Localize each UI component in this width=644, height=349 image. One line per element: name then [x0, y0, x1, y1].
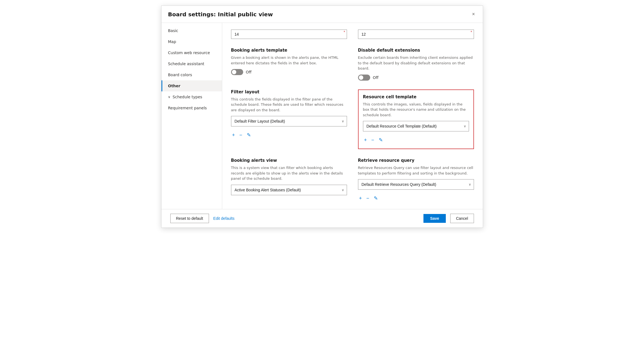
edit-defaults-button[interactable]: Edit defaults	[213, 216, 235, 221]
booking-alerts-view-select-wrapper: Active Booking Alert Statuses (Default) …	[231, 185, 347, 195]
left-required-mark: *	[344, 30, 345, 34]
retrieve-resource-remove-button[interactable]: −	[365, 194, 370, 202]
booking-alerts-view-desc: This is a system view that can filter wh…	[231, 165, 347, 181]
sidebar: Basic Map Custom web resource Schedule a…	[161, 23, 222, 209]
retrieve-resource-query-select[interactable]: Default Retrieve Resources Query (Defaul…	[358, 179, 474, 190]
filter-layout-title: Filter layout	[231, 89, 347, 94]
left-number-input[interactable]	[231, 30, 347, 39]
resource-cell-template-section: Resource cell template This controls the…	[358, 89, 474, 149]
booking-alerts-view-section: Booking alerts view This is a system vie…	[231, 158, 347, 202]
booking-alerts-template-desc: Given a booking alert is shown in the al…	[231, 55, 347, 66]
disable-default-extensions-section: Disable default extensions Exclude certa…	[358, 48, 474, 81]
dialog-title: Board settings: Initial public view	[168, 11, 273, 18]
dialog-header: Board settings: Initial public view ×	[161, 6, 483, 23]
filter-layout-remove-button[interactable]: −	[238, 131, 243, 139]
resource-cell-template-select-wrapper: Default Resource Cell Template (Default)…	[363, 121, 469, 131]
dialog-footer: Reset to default Edit defaults Save Canc…	[161, 209, 483, 228]
booking-alerts-toggle-row: Off	[231, 69, 347, 75]
sidebar-item-other[interactable]: Other	[161, 80, 222, 91]
filter-layout-actions: + − ✎	[231, 131, 347, 139]
right-input-wrapper: *	[358, 30, 474, 39]
filter-layout-add-button[interactable]: +	[231, 131, 236, 139]
disable-default-extensions-title: Disable default extensions	[358, 48, 474, 53]
booking-alerts-toggle-label: Off	[246, 70, 252, 74]
resource-cell-remove-button[interactable]: −	[370, 136, 375, 144]
retrieve-resource-edit-button[interactable]: ✎	[373, 194, 379, 202]
sidebar-item-map[interactable]: Map	[161, 36, 222, 47]
disable-default-extensions-desc: Exclude certain boards from inheriting c…	[358, 55, 474, 71]
right-required-mark: *	[471, 30, 472, 34]
booking-alerts-template-title: Booking alerts template	[231, 48, 347, 53]
left-input-wrapper: *	[231, 30, 347, 39]
reset-to-default-button[interactable]: Reset to default	[170, 214, 209, 223]
filter-layout-section: Filter layout This controls the fields d…	[231, 89, 347, 149]
retrieve-resource-query-select-wrapper: Default Retrieve Resources Query (Defaul…	[358, 179, 474, 190]
chevron-icon: ∨	[168, 95, 171, 99]
sidebar-item-schedule-assistant[interactable]: Schedule assistant	[161, 58, 222, 69]
content-grid: Booking alerts template Given a booking …	[231, 48, 474, 202]
resource-cell-template-select[interactable]: Default Resource Cell Template (Default)	[363, 121, 469, 131]
retrieve-resource-query-desc: Retrieve Resources Query can use filter …	[358, 165, 474, 176]
sidebar-item-custom-web-resource[interactable]: Custom web resource	[161, 47, 222, 58]
sidebar-item-board-colors[interactable]: Board colors	[161, 69, 222, 80]
resource-cell-template-title: Resource cell template	[363, 94, 469, 99]
resource-cell-add-button[interactable]: +	[363, 136, 368, 144]
filter-layout-select[interactable]: Default Filter Layout (Default)	[231, 116, 347, 126]
retrieve-resource-query-actions: + − ✎	[358, 194, 474, 202]
filter-layout-edit-button[interactable]: ✎	[246, 131, 252, 139]
resource-cell-edit-button[interactable]: ✎	[378, 136, 384, 144]
booking-alerts-view-title: Booking alerts view	[231, 158, 347, 163]
close-button[interactable]: ×	[471, 10, 476, 18]
sidebar-item-requirement-panels[interactable]: Requirement panels	[161, 102, 222, 113]
retrieve-resource-query-title: Retrieve resource query	[358, 158, 474, 163]
booking-alerts-template-section: Booking alerts template Given a booking …	[231, 48, 347, 81]
save-button[interactable]: Save	[423, 214, 446, 223]
cancel-button[interactable]: Cancel	[450, 214, 474, 223]
filter-layout-select-wrapper: Default Filter Layout (Default) ∨	[231, 116, 347, 126]
main-content: * * Booking alerts template Given a book…	[222, 23, 483, 209]
resource-cell-template-desc: This controls the images, values, fields…	[363, 102, 469, 118]
disable-extensions-toggle-label: Off	[373, 75, 379, 80]
retrieve-resource-query-section: Retrieve resource query Retrieve Resourc…	[358, 158, 474, 202]
resource-cell-template-actions: + − ✎	[363, 136, 469, 144]
booking-alerts-view-select[interactable]: Active Booking Alert Statuses (Default)	[231, 185, 347, 195]
sidebar-item-basic[interactable]: Basic	[161, 25, 222, 36]
sidebar-item-schedule-types[interactable]: ∨ Schedule types	[161, 91, 222, 102]
board-settings-dialog: Board settings: Initial public view × Ba…	[161, 6, 483, 228]
retrieve-resource-add-button[interactable]: +	[358, 194, 363, 202]
filter-layout-desc: This controls the fields displayed in th…	[231, 97, 347, 113]
disable-extensions-toggle[interactable]	[358, 75, 370, 81]
dialog-body: Basic Map Custom web resource Schedule a…	[161, 23, 483, 209]
top-inputs-row: * *	[231, 30, 474, 39]
disable-extensions-toggle-row: Off	[358, 75, 474, 81]
booking-alerts-toggle[interactable]	[231, 69, 243, 75]
right-number-input[interactable]	[358, 30, 474, 39]
